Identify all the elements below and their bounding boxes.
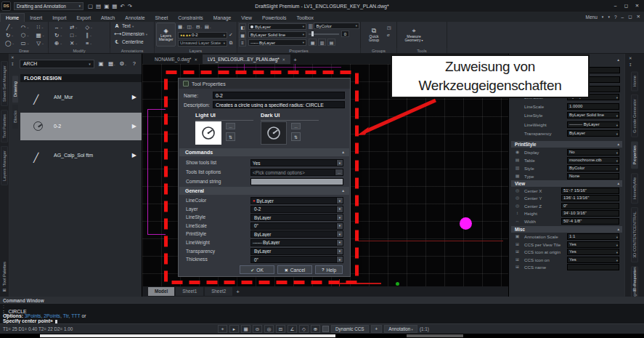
chevron-down-icon[interactable]: ▾ [608, 15, 610, 19]
status-toggle-icon[interactable]: ⊕ [311, 325, 320, 333]
help-button[interactable]: Help [315, 265, 343, 274]
property-tool-icon[interactable]: ▦ [239, 31, 246, 39]
tool-palette-item[interactable]: AG_Calp_Sol ftm [20, 142, 142, 169]
edit-group-icon[interactable]: σ [387, 33, 391, 37]
commands-section-header[interactable]: Commands [179, 148, 349, 156]
new-document-icon[interactable]: + [293, 57, 297, 64]
palette-side-tab[interactable]: Drawing [12, 76, 18, 102]
left-strip-tab[interactable]: Tool Palettes [1, 110, 8, 142]
command-history[interactable]: : : _CIRCLE Options: 3Points2PointsTtrTT… [0, 304, 644, 324]
misc-section-header[interactable]: Misc [511, 226, 622, 233]
sheet-tab[interactable]: Model [148, 287, 174, 296]
property-tool-icon[interactable]: ◧ [239, 23, 246, 31]
tool-palette-item[interactable]: 0-2 [20, 113, 142, 140]
dimension-tool[interactable]: Dimension [110, 30, 154, 38]
field-control[interactable]: 0" [250, 256, 343, 263]
description-field[interactable]: Creates a circle using a specified radiu… [213, 101, 345, 108]
dropdown-caret-icon[interactable] [336, 231, 343, 237]
name-field[interactable]: 0-2 [213, 92, 345, 99]
dropdown-caret-icon[interactable] [336, 160, 343, 166]
field-control[interactable]: 0" [250, 222, 343, 230]
palette-section-header[interactable]: FLOOR DESIGN [20, 74, 142, 82]
ribbon-tab[interactable]: Sheet [150, 14, 174, 22]
layer-check-icon[interactable]: ✓ [227, 32, 235, 38]
browse-button[interactable] [335, 169, 343, 175]
reset-dark-icon-button[interactable] [291, 132, 301, 141]
field-control[interactable]: Yes [250, 159, 343, 166]
draw-tool-icon[interactable]: ⬡ [17, 31, 33, 39]
right-strip-tab[interactable]: Home [631, 71, 638, 91]
status-toggle-icon[interactable]: ∠ [288, 325, 297, 333]
ribbon-tab[interactable]: Annotate [120, 14, 150, 22]
property-value[interactable]: 1.0000 [567, 103, 619, 110]
layer-tool-icon[interactable]: ⊟ [196, 24, 203, 30]
draw-tool-icon[interactable]: ◠ [17, 23, 33, 31]
ribbon-tab[interactable]: Home [0, 13, 25, 22]
palette-side-tab[interactable]: Blocks [12, 105, 18, 129]
layers-manager-button[interactable]: ◈ Layers Manager [156, 23, 176, 47]
field-control[interactable]: ByLayer [250, 214, 343, 221]
scrollbar-segment[interactable] [407, 334, 463, 337]
right-strip-tab[interactable]: HomeByMe [631, 173, 638, 204]
ungroup-icon[interactable]: ◳ [387, 25, 391, 30]
modify-tool-icon[interactable]: ⇄ [66, 23, 81, 31]
dropdown-caret-icon[interactable] [336, 240, 343, 246]
quick-access-icon[interactable]: ▤ [96, 3, 101, 9]
centerline-tool[interactable]: Centerline [110, 38, 154, 46]
magenta-point[interactable] [460, 217, 472, 230]
paint-properties-icon[interactable]: ▥ [318, 39, 326, 46]
view-options-icon[interactable]: ▦ [107, 60, 116, 67]
status-toggle-icon[interactable]: ▸ [229, 325, 239, 333]
workspace-selector[interactable]: Drafting and Annotation [14, 2, 83, 10]
close-icon[interactable]: ✕ [629, 56, 632, 60]
draw-tool-icon[interactable]: ▦ [33, 31, 48, 39]
property-value[interactable]: ByLayer [567, 130, 619, 137]
layer-tool-icon[interactable]: ◫ [187, 24, 195, 30]
flyout-arrow-icon[interactable] [132, 94, 136, 100]
active-layer-dropdown[interactable]: ●▲▲●0-2 [178, 32, 227, 39]
close-tab-icon[interactable]: ✕ [282, 57, 286, 62]
draw-tool-icon[interactable]: ↻ [2, 31, 17, 39]
dark-ui-preview[interactable] [261, 121, 287, 145]
modify-tool-icon[interactable]: ↔ [51, 23, 66, 31]
add-scale-button[interactable]: + [371, 325, 383, 333]
property-value[interactable]: ——— ByLayer [567, 121, 619, 128]
property-value[interactable]: monochrome.ctb [567, 157, 619, 164]
pin-icon[interactable]: ↧ [11, 62, 15, 66]
property-value[interactable] [567, 264, 619, 270]
draw-tool-icon[interactable]: ╱ [2, 23, 17, 31]
field-control[interactable]: ByLayer [250, 248, 343, 255]
hatch-icon[interactable]: ||| [309, 23, 312, 28]
browse-dark-icon-button[interactable] [291, 123, 301, 129]
property-value[interactable]: ByColor [567, 165, 619, 172]
collapse-icon[interactable]: ▴ [617, 57, 619, 62]
right-strip-tab[interactable]: 3D CONTENTCENTRAL [631, 207, 638, 262]
palette-selector[interactable]: ARCH [20, 60, 94, 68]
command-window-title[interactable]: Command Window [0, 297, 644, 304]
flyout-arrow-icon[interactable] [132, 152, 136, 158]
minimize-ribbon-icon[interactable]: – [621, 15, 624, 20]
modify-tool-icon[interactable]: ∥ [81, 31, 97, 39]
light-ui-preview[interactable] [195, 121, 221, 145]
draw-tool-icon[interactable]: ▽ [33, 39, 48, 47]
left-strip-tab[interactable]: Layers Manager [1, 146, 8, 185]
left-strip-tab[interactable]: Sheet Set Manager [1, 61, 8, 106]
status-toggle-icon[interactable]: ▦ [241, 325, 250, 333]
ribbon-tab[interactable]: View [236, 14, 257, 22]
measure-geometry-button[interactable]: ⌖ Measure Geometry [403, 23, 425, 47]
status-toggle-icon[interactable]: ◇ [299, 325, 309, 333]
modify-tool-icon[interactable]: ◇ [81, 23, 97, 31]
dropdown-caret-icon[interactable] [336, 223, 343, 229]
text-tool[interactable]: Text [110, 22, 154, 30]
field-control[interactable]: <Pick command options> [250, 169, 343, 176]
sheet-tab[interactable]: Sheet2 [205, 287, 232, 296]
layer-state-dropdown[interactable]: Unsaved Layer State [178, 40, 227, 47]
property-value[interactable]: ByLayer Solid line [567, 112, 619, 118]
property-value[interactable]: Yes [567, 249, 619, 255]
transparency-slider[interactable] [309, 31, 339, 37]
status-square-icon[interactable] [322, 326, 329, 332]
layer-state-icon[interactable]: ⧉ [227, 40, 235, 46]
ribbon-tab[interactable]: Import [47, 14, 71, 22]
printstyle-section-header[interactable]: PrintStyle [511, 141, 622, 148]
quick-access-icon[interactable]: ▦ [112, 3, 117, 9]
